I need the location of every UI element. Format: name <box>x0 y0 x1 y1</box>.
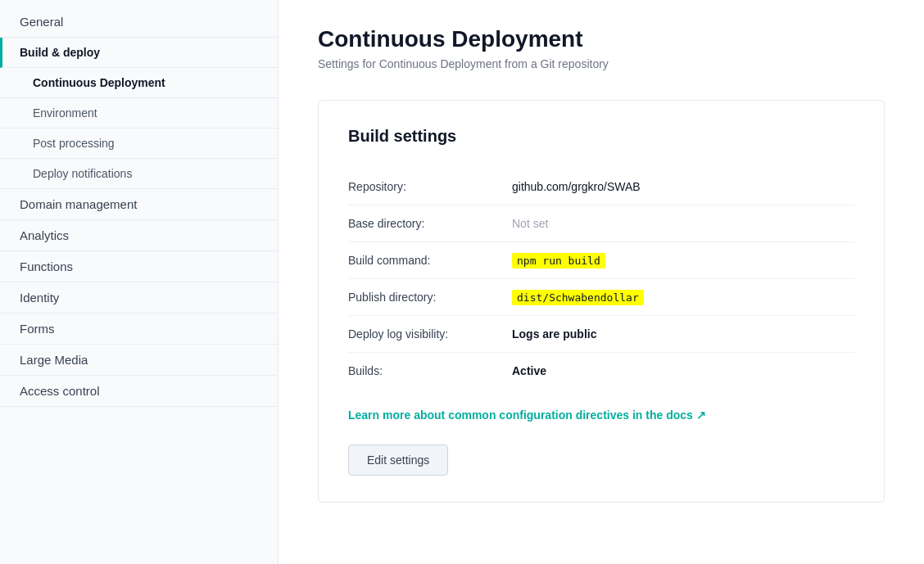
sidebar-item-label: Identity <box>20 291 59 305</box>
sidebar-item-label: Analytics <box>20 228 69 242</box>
table-row: Builds: Active <box>348 353 854 390</box>
deploy-log-visibility-value: Logs are public <box>512 327 596 341</box>
page-subtitle: Settings for Continuous Deployment from … <box>318 57 885 70</box>
sidebar-item-label: Domain management <box>20 197 137 211</box>
sidebar-item-build-deploy[interactable]: Build & deploy <box>0 38 278 68</box>
sidebar-item-post-processing[interactable]: Post processing <box>0 129 278 159</box>
page-title: Continuous Deployment <box>318 26 885 52</box>
sidebar-item-label: Large Media <box>20 353 88 367</box>
sidebar: General Build & deploy Continuous Deploy… <box>0 0 279 564</box>
sidebar-item-access-control[interactable]: Access control <box>0 376 278 407</box>
sidebar-item-label: Continuous Deployment <box>33 76 165 89</box>
field-label: Deploy log visibility: <box>348 316 512 353</box>
sidebar-item-deploy-notifications[interactable]: Deploy notifications <box>0 159 278 189</box>
sidebar-item-forms[interactable]: Forms <box>0 314 278 345</box>
sidebar-item-continuous-deployment[interactable]: Continuous Deployment <box>0 68 278 98</box>
sidebar-item-domain-management[interactable]: Domain management <box>0 189 278 220</box>
sidebar-item-analytics[interactable]: Analytics <box>0 220 278 251</box>
field-label: Base directory: <box>348 205 512 242</box>
field-label: Publish directory: <box>348 279 512 316</box>
build-command-value: npm run build <box>512 253 605 268</box>
sidebar-item-functions[interactable]: Functions <box>0 251 278 282</box>
main-content: Continuous Deployment Settings for Conti… <box>279 0 924 564</box>
card-title: Build settings <box>348 127 854 146</box>
sidebar-item-label: Forms <box>20 322 55 336</box>
sidebar-item-label: Deploy notifications <box>33 167 132 180</box>
sidebar-item-label: Functions <box>20 259 73 273</box>
table-row: Deploy log visibility: Logs are public <box>348 316 854 353</box>
sidebar-item-identity[interactable]: Identity <box>0 282 278 314</box>
table-row: Build command: npm run build <box>348 242 854 279</box>
publish-directory-value: dist/Schwabendollar <box>512 290 644 305</box>
field-label: Repository: <box>348 169 512 205</box>
sidebar-item-large-media[interactable]: Large Media <box>0 345 278 376</box>
field-label: Build command: <box>348 242 512 279</box>
field-label: Builds: <box>348 353 512 390</box>
sidebar-item-label: Environment <box>33 106 97 120</box>
settings-table: Repository: github.com/grgkro/SWAB Base … <box>348 169 854 389</box>
table-row: Publish directory: dist/Schwabendollar <box>348 279 854 316</box>
table-row: Repository: github.com/grgkro/SWAB <box>348 169 854 205</box>
builds-value: Active <box>512 364 546 377</box>
sidebar-item-environment[interactable]: Environment <box>0 98 278 129</box>
edit-settings-button[interactable]: Edit settings <box>348 444 448 476</box>
sidebar-item-label: Post processing <box>33 137 115 150</box>
build-settings-card: Build settings Repository: github.com/gr… <box>318 100 885 503</box>
sidebar-item-label: General <box>20 15 63 29</box>
sidebar-item-label: Build & deploy <box>20 46 100 59</box>
repository-link[interactable]: github.com/grgkro/SWAB <box>512 180 641 193</box>
table-row: Base directory: Not set <box>348 205 854 242</box>
sidebar-item-label: Access control <box>20 384 100 398</box>
docs-link[interactable]: Learn more about common configuration di… <box>348 408 706 422</box>
base-directory-value: Not set <box>512 217 548 230</box>
sidebar-item-general[interactable]: General <box>0 7 278 38</box>
